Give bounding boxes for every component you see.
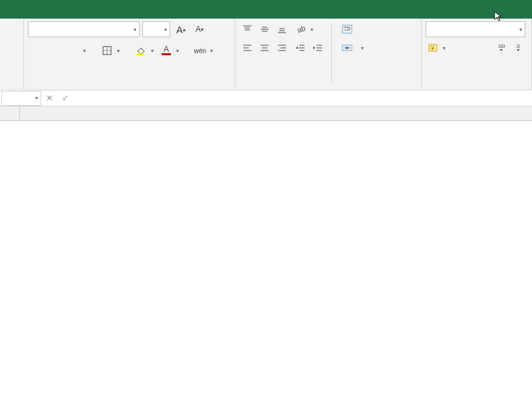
orientation-button[interactable]: ab [293, 21, 315, 37]
svg-rect-3 [137, 54, 145, 55]
format-painter-button[interactable] [1, 37, 22, 45]
align-top-button[interactable] [239, 21, 255, 37]
bold-button[interactable] [28, 43, 44, 59]
indent-icon [313, 43, 323, 53]
merge-icon [342, 43, 352, 53]
spreadsheet [0, 106, 532, 121]
phonetic-button[interactable]: wén [192, 43, 215, 59]
column-headers [0, 106, 532, 121]
font-size-select[interactable] [142, 21, 170, 37]
underline-button[interactable] [65, 43, 88, 59]
name-box[interactable] [1, 91, 41, 106]
font-name-select[interactable] [28, 21, 140, 37]
align-center-button[interactable] [257, 40, 273, 56]
font-group: A▴ A▾ A wén [24, 19, 235, 90]
wrap-text-button[interactable] [337, 21, 366, 37]
ribbon-tabs [0, 0, 532, 19]
comma-button[interactable] [468, 40, 483, 56]
outdent-icon [295, 43, 306, 53]
copy-button[interactable] [1, 29, 22, 37]
grow-font-button[interactable]: A▴ [173, 21, 189, 37]
inc-decimal-icon: .00 [497, 43, 507, 53]
ribbon: A▴ A▾ A wén [0, 19, 532, 90]
align-right-icon [277, 43, 287, 53]
percent-button[interactable] [450, 40, 466, 56]
confirm-formula-button[interactable]: ✓ [57, 91, 73, 106]
align-left-icon [242, 43, 253, 53]
align-bottom-button[interactable] [274, 21, 290, 37]
formula-bar: ✕ ✓ [0, 90, 532, 106]
alignment-group-label [235, 87, 421, 90]
increase-decimal-button[interactable]: .00 [494, 40, 509, 56]
decrease-decimal-button[interactable]: .0 [512, 40, 527, 56]
svg-text:ab: ab [296, 24, 306, 34]
formula-input[interactable] [81, 91, 532, 106]
decrease-indent-button[interactable] [293, 40, 309, 56]
bucket-icon [136, 45, 146, 56]
fill-color-button[interactable] [133, 43, 156, 59]
currency-icon: ¥ [428, 43, 438, 53]
font-group-label [24, 87, 235, 90]
svg-rect-29 [342, 25, 352, 33]
align-right-button[interactable] [274, 40, 290, 56]
number-format-select[interactable] [426, 21, 525, 37]
align-bottom-icon [277, 24, 287, 35]
svg-text:¥: ¥ [430, 45, 435, 51]
select-all-corner[interactable] [0, 106, 20, 120]
accounting-format-button[interactable]: ¥ [426, 40, 448, 56]
alignment-group: ab ▾ [235, 19, 422, 90]
merge-center-button[interactable]: ▾ [337, 40, 366, 56]
border-button[interactable] [99, 43, 122, 59]
clipboard-group [0, 19, 24, 90]
svg-text:.0: .0 [515, 43, 520, 49]
border-icon [102, 45, 112, 56]
number-group-label [422, 87, 531, 90]
svg-text:.00: .00 [497, 43, 505, 49]
orientation-icon: ab [295, 24, 306, 35]
number-group: ¥ .00 .0 [422, 19, 532, 90]
italic-button[interactable] [47, 43, 63, 59]
align-middle-icon [259, 24, 270, 35]
align-center-icon [259, 43, 270, 53]
dec-decimal-icon: .0 [515, 43, 525, 53]
wrap-icon [342, 24, 352, 35]
align-left-button[interactable] [239, 40, 255, 56]
align-middle-button[interactable] [257, 21, 273, 37]
font-color-button[interactable]: A [158, 43, 181, 59]
increase-indent-button[interactable] [310, 40, 326, 56]
align-top-icon [242, 24, 253, 35]
cut-button[interactable] [1, 21, 22, 29]
shrink-font-button[interactable]: A▾ [192, 21, 207, 37]
cancel-formula-button[interactable]: ✕ [41, 91, 57, 106]
